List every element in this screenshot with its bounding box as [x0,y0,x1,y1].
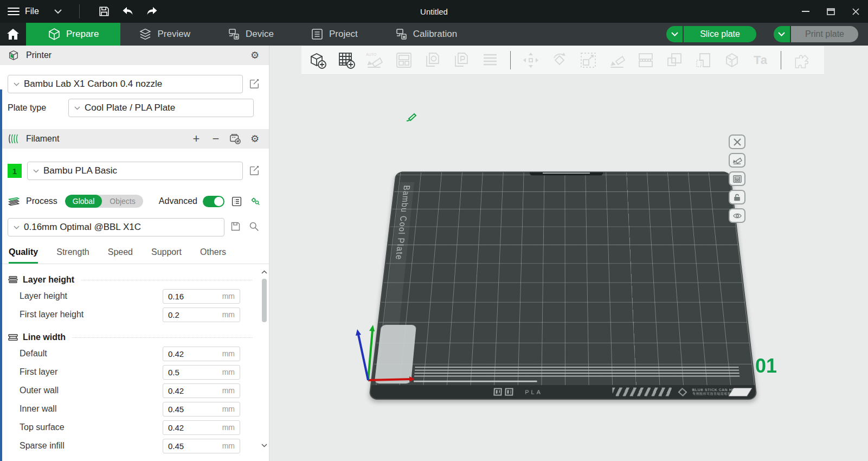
arrange-icon[interactable] [393,49,415,71]
rotate-icon[interactable] [549,49,570,71]
print-dropdown-button[interactable] [774,26,790,42]
tab-prepare[interactable]: Prepare [26,23,120,46]
lock-plate-icon[interactable] [729,190,745,204]
process-preset-dropdown[interactable]: 0.16mm Optimal @BBL X1C [8,218,224,236]
tab-quality[interactable]: Quality [9,247,38,264]
chevron-down-icon [14,226,20,229]
undo-icon[interactable] [119,2,137,21]
print-plate-button[interactable]: Print plate [791,26,858,42]
save-icon[interactable] [95,2,113,21]
param-unit: mm [222,405,235,413]
param-input[interactable]: 0.42 mm [163,383,240,398]
param-input[interactable]: 0.42 mm [163,347,240,361]
scale-icon[interactable] [577,49,599,71]
auto-orient-plate-icon[interactable] [729,153,745,168]
close-button[interactable] [843,0,868,23]
filament-preset-dropdown[interactable]: Bambu PLA Basic [27,162,243,180]
filament-settings-gear-icon[interactable]: ⚙ [248,132,261,145]
printer-preset-dropdown[interactable]: Bambu Lab X1 Carbon 0.4 nozzle [8,75,243,93]
background-window-edge [0,89,2,461]
file-menu-chevron-icon[interactable] [54,9,62,14]
scrollbar-thumb[interactable] [262,279,267,322]
layers-icon [139,28,152,41]
param-input[interactable]: 0.5 mm [163,365,240,380]
split-to-parts-icon[interactable] [451,49,472,71]
build-plate[interactable]: Bambu Cool Plate PLA BLUE STICK CAN HELP… [369,171,757,400]
ams-sync-icon[interactable] [229,132,242,145]
scope-objects[interactable]: Objects [102,195,143,208]
cut-icon[interactable] [635,49,657,71]
tab-others[interactable]: Others [200,247,226,264]
move-icon[interactable] [520,49,542,71]
scroll-down-icon[interactable] [260,441,268,449]
slice-dropdown-button[interactable] [666,26,683,42]
remove-filament-icon[interactable]: − [209,132,222,145]
add-filament-icon[interactable]: + [190,132,203,145]
process-tabs: Quality Strength Speed Support Others [0,247,269,264]
tab-label: Device [246,29,274,40]
tab-speed[interactable]: Speed [108,247,133,264]
plate-settings-icon[interactable] [729,208,745,223]
compare-presets-icon[interactable] [248,195,261,208]
assembly-icon[interactable] [790,49,812,71]
param-input[interactable]: 0.45 mm [163,402,240,417]
scope-global[interactable]: Global [65,195,102,208]
boolean-subtract-icon[interactable] [692,49,714,71]
menu-icon[interactable] [8,8,20,15]
maximize-button[interactable] [818,0,843,23]
group-title: Line width [23,332,66,342]
param-input[interactable]: 0.2 mm [163,308,240,322]
plate-action-buttons [729,135,745,223]
plate-number-label[interactable]: 01 [755,355,777,377]
slice-plate-button[interactable]: Slice plate [684,26,756,42]
filament-section-title: Filament [26,134,59,144]
edit-plate-name-icon[interactable] [404,112,417,123]
advanced-toggle[interactable] [203,196,224,207]
auto-orient-icon[interactable]: AUTO [364,49,386,71]
param-input[interactable]: 0.16 mm [163,289,240,304]
tab-project[interactable]: Project [292,23,376,46]
edit-filament-icon[interactable] [248,164,261,177]
add-object-icon[interactable] [307,49,329,71]
text-tool-icon[interactable]: Ta [750,49,771,71]
redo-icon[interactable] [143,2,161,21]
param-unit: mm [222,368,235,376]
tab-device[interactable]: Device [209,23,292,46]
save-preset-icon[interactable] [230,221,243,234]
tab-calibration[interactable]: Calibration [376,23,475,46]
tab-preview[interactable]: Preview [120,23,208,46]
tab-strength[interactable]: Strength [56,247,89,264]
delete-plate-icon[interactable] [729,135,745,149]
plate-type-dropdown[interactable]: Cool Plate / PLA Plate [68,99,254,117]
minimize-button[interactable] [793,0,818,23]
split-to-objects-icon[interactable] [422,49,443,71]
add-plate-icon[interactable] [336,49,357,71]
boolean-union-icon[interactable] [664,49,685,71]
lay-on-face-icon[interactable] [606,49,628,71]
file-menu[interactable]: File [25,7,39,16]
scroll-up-icon[interactable] [260,268,268,276]
filament-slot-badge[interactable]: 1 [8,164,22,178]
arrange-plate-icon[interactable] [729,171,745,186]
tab-label: Preview [157,29,190,40]
tab-support[interactable]: Support [151,247,182,264]
plate-type-label: Plate type [8,103,62,113]
param-input[interactable]: 0.45 mm [163,439,240,453]
toolbar-divider [781,51,781,69]
process-scope-toggle[interactable]: Global Objects [65,195,143,208]
param-row: Inner wall 0.45 mm [8,400,269,418]
search-params-icon[interactable] [248,221,261,234]
param-unit: mm [222,423,235,432]
variable-layer-height-icon[interactable] [479,49,501,71]
param-label: First layer [8,367,163,377]
viewport-3d[interactable]: AUTO [269,46,868,461]
line-width-group-icon [8,333,18,342]
param-label: Inner wall [8,404,163,414]
parameter-table-icon[interactable] [230,195,243,208]
home-button[interactable] [0,23,26,46]
text-tool-label: Ta [754,53,768,67]
cut-cube-icon[interactable] [721,49,743,71]
printer-settings-gear-icon[interactable]: ⚙ [248,49,261,62]
edit-printer-icon[interactable] [248,78,261,91]
param-input[interactable]: 0.42 mm [163,420,240,435]
